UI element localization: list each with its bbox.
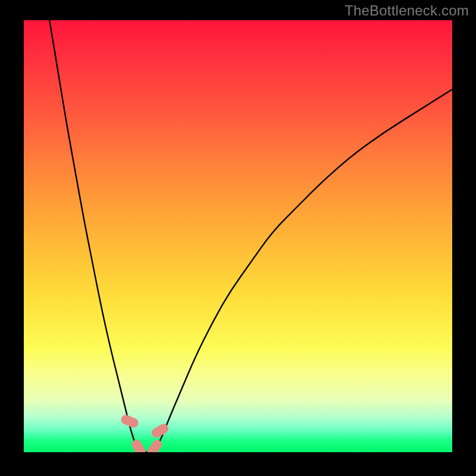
plot-area [24, 20, 452, 452]
watermark-text: TheBottleneck.com [345, 2, 469, 19]
curve-path [49, 20, 452, 452]
bottleneck-curve [24, 20, 452, 452]
chart-frame: TheBottleneck.com [0, 0, 476, 476]
